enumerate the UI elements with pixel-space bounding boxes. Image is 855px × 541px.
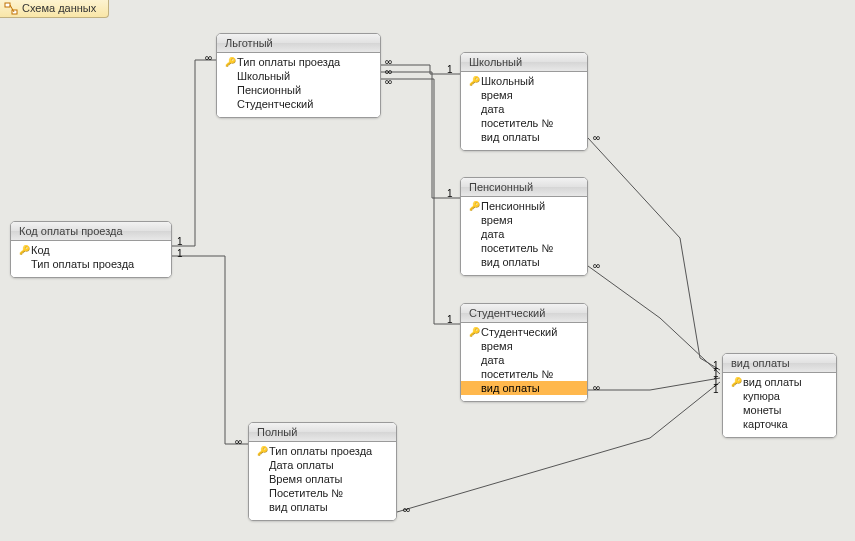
table-vid-oplaty[interactable]: вид оплаты 🔑вид оплаты купюра монеты кар… (722, 353, 837, 438)
svg-rect-0 (5, 3, 10, 7)
primary-key-icon: 🔑 (469, 76, 480, 86)
field-list: 🔑Код Тип оплаты проезда (11, 241, 171, 277)
table-field[interactable]: 🔑Студентческий (461, 325, 587, 339)
table-header[interactable]: Школьный (461, 53, 587, 72)
table-pensionny[interactable]: Пенсионный 🔑Пенсионный время дата посети… (460, 177, 588, 276)
cardinality-one: 1 (446, 188, 454, 199)
cardinality-many: ∞ (384, 76, 393, 87)
cardinality-many: ∞ (592, 382, 601, 393)
primary-key-icon: 🔑 (731, 377, 742, 387)
table-field[interactable]: карточка (723, 417, 836, 431)
table-field[interactable]: время (461, 213, 587, 227)
cardinality-one: 1 (446, 64, 454, 75)
table-header[interactable]: вид оплаты (723, 354, 836, 373)
table-field[interactable]: Время оплаты (249, 472, 396, 486)
cardinality-many: ∞ (592, 132, 601, 143)
field-list: 🔑Тип оплаты проезда Школьный Пенсионный … (217, 53, 380, 117)
relationship-lines (0, 18, 855, 541)
page-tab[interactable]: Схема данных (0, 0, 109, 18)
field-list: 🔑Пенсионный время дата посетитель № вид … (461, 197, 587, 275)
table-field[interactable]: Школьный (217, 69, 380, 83)
primary-key-icon: 🔑 (469, 327, 480, 337)
table-field[interactable]: дата (461, 227, 587, 241)
table-field[interactable]: 🔑Пенсионный (461, 199, 587, 213)
table-field[interactable]: 🔑вид оплаты (723, 375, 836, 389)
field-list: 🔑Студентческий время дата посетитель № в… (461, 323, 587, 401)
relationships-icon (4, 2, 18, 16)
table-field[interactable]: вид оплаты (461, 130, 587, 144)
table-field[interactable]: Дата оплаты (249, 458, 396, 472)
table-field[interactable]: посетитель № (461, 367, 587, 381)
table-field[interactable]: Пенсионный (217, 83, 380, 97)
table-field[interactable]: дата (461, 353, 587, 367)
table-shkolny[interactable]: Школьный 🔑Школьный время дата посетитель… (460, 52, 588, 151)
tab-title: Схема данных (22, 2, 96, 14)
primary-key-icon: 🔑 (257, 446, 268, 456)
table-field[interactable]: дата (461, 102, 587, 116)
primary-key-icon: 🔑 (225, 57, 236, 67)
cardinality-many: ∞ (402, 504, 411, 515)
table-lgotny[interactable]: Льготный 🔑Тип оплаты проезда Школьный Пе… (216, 33, 381, 118)
cardinality-many: ∞ (234, 436, 243, 447)
table-field[interactable]: посетитель № (461, 116, 587, 130)
cardinality-one: 1 (446, 314, 454, 325)
table-field-selected[interactable]: вид оплаты (461, 381, 587, 395)
table-field[interactable]: 🔑Тип оплаты проезда (217, 55, 380, 69)
table-field[interactable]: Тип оплаты проезда (11, 257, 171, 271)
table-field[interactable]: Студентческий (217, 97, 380, 111)
field-list: 🔑Школьный время дата посетитель № вид оп… (461, 72, 587, 150)
table-field[interactable]: время (461, 88, 587, 102)
table-field[interactable]: Посетитель № (249, 486, 396, 500)
table-header[interactable]: Полный (249, 423, 396, 442)
diagram-canvas[interactable]: 1 ∞ 1 ∞ ∞ ∞ ∞ 1 1 1 ∞ ∞ ∞ ∞ 1 1 1 1 Код … (0, 18, 855, 541)
table-studentchesky[interactable]: Студентческий 🔑Студентческий время дата … (460, 303, 588, 402)
table-field[interactable]: время (461, 339, 587, 353)
cardinality-one: 1 (176, 248, 184, 259)
primary-key-icon: 🔑 (19, 245, 30, 255)
table-header[interactable]: Льготный (217, 34, 380, 53)
cardinality-one: 1 (712, 384, 720, 395)
table-kod-oplaty[interactable]: Код оплаты проезда 🔑Код Тип оплаты проез… (10, 221, 172, 278)
table-header[interactable]: Пенсионный (461, 178, 587, 197)
table-header[interactable]: Студентческий (461, 304, 587, 323)
table-field[interactable]: купюра (723, 389, 836, 403)
field-list: 🔑вид оплаты купюра монеты карточка (723, 373, 836, 437)
table-field[interactable]: 🔑Тип оплаты проезда (249, 444, 396, 458)
table-field[interactable]: 🔑Школьный (461, 74, 587, 88)
field-list: 🔑Тип оплаты проезда Дата оплаты Время оп… (249, 442, 396, 520)
table-field[interactable]: монеты (723, 403, 836, 417)
table-polny[interactable]: Полный 🔑Тип оплаты проезда Дата оплаты В… (248, 422, 397, 521)
table-field[interactable]: 🔑Код (11, 243, 171, 257)
table-field[interactable]: посетитель № (461, 241, 587, 255)
cardinality-many: ∞ (592, 260, 601, 271)
table-header[interactable]: Код оплаты проезда (11, 222, 171, 241)
table-field[interactable]: вид оплаты (461, 255, 587, 269)
primary-key-icon: 🔑 (469, 201, 480, 211)
table-field[interactable]: вид оплаты (249, 500, 396, 514)
cardinality-one: 1 (176, 236, 184, 247)
cardinality-many: ∞ (204, 52, 213, 63)
